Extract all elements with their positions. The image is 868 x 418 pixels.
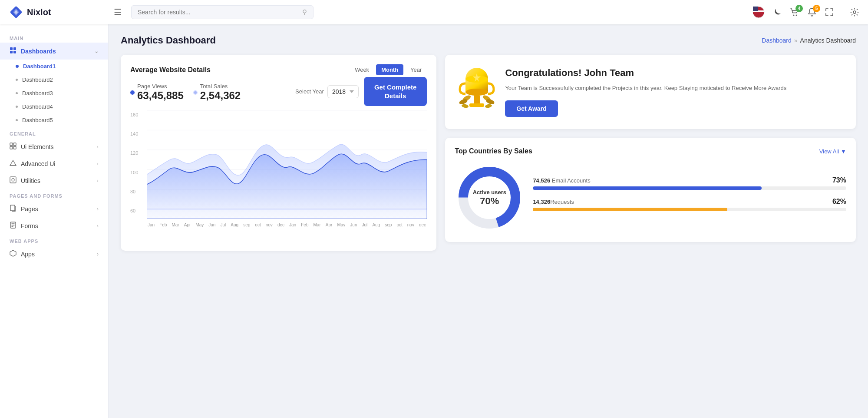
y-axis-labels: 160 140 120 100 80 60 [130,110,145,215]
award-title: Congratulations! John Team [505,67,844,80]
x-jul2: Jul [362,222,368,227]
sidebar-section-webapps: WEB APPS [0,234,108,245]
donut-label-pct: 70% [473,196,506,207]
chart-container: 160 140 120 100 80 60 [130,110,427,227]
requests-progress-fill [533,208,727,211]
fullscreen-button[interactable] [825,7,834,17]
x-jul: Jul [220,222,226,227]
cart-button[interactable]: 4 [790,7,799,17]
x-aug2: Aug [372,222,380,227]
sidebar: MAIN Dashboards ⌄ Dashboard1 Da [0,24,109,418]
x-apr2: Apr [326,222,333,227]
dashboards-label: Dashboards [21,48,56,55]
svg-rect-19 [10,177,16,183]
x-axis-labels: Jan Feb Mar Apr May Jun Jul Aug sep oct … [147,222,427,227]
tab-month[interactable]: Month [376,64,403,75]
get-complete-details-button[interactable]: Get CompleteDetails [364,77,427,106]
search-bar: ⚲ [131,5,314,19]
year-select[interactable]: 2018 2019 2020 [327,85,359,98]
email-stat-pct: 73% [832,176,846,184]
countries-card: Top Countries By Sales View All ▼ [445,138,856,242]
sidebar-item-ui-elements[interactable]: Ui Elements › [0,138,108,155]
hamburger-button[interactable]: ☰ [110,5,125,19]
language-button[interactable] [752,6,765,18]
bell-badge: 5 [813,5,820,12]
flag-icon [752,6,765,18]
dashboard3-label: Dashboard3 [22,90,53,96]
dashboards-submenu: Dashboard1 Dashboard2 Dashboard3 Dashboa… [0,60,108,127]
view-all-button[interactable]: View All ▼ [819,148,846,155]
sidebar-subitem-dashboard4[interactable]: Dashboard4 [0,100,108,113]
y-label-140: 140 [130,131,145,136]
breadcrumb-home[interactable]: Dashboard [762,37,792,44]
svg-rect-17 [13,146,16,149]
sidebar-item-forms[interactable]: Forms › [0,217,108,234]
logo-area: Nixlot [9,5,104,20]
sidebar-item-utilities[interactable]: Utilities › [0,172,108,189]
total-sales-dot [193,90,198,95]
area-chart-svg [147,110,427,219]
x-jun2: Jun [350,222,357,227]
x-mar: Mar [172,222,179,227]
topnav: Nixlot ☰ ⚲ 4 [0,0,868,24]
forms-label: Forms [21,222,38,229]
y-label-80: 80 [130,189,145,194]
legend-page-views: Page Views 63,45,885 [130,83,184,102]
tab-year[interactable]: Year [405,64,427,75]
sidebar-section-pages: PAGES AND FORMS [0,189,108,200]
triangle-icon [10,159,17,168]
sidebar-subitem-dashboard1[interactable]: Dashboard1 [0,60,108,73]
apps-label: Apps [21,251,35,258]
email-stat-label: 74,526 Email Accounts [533,177,590,184]
x-sep2: sep [385,222,392,227]
inactive-dot [16,119,18,121]
award-card: Congratulations! John Team Your Team is … [445,55,856,129]
requests-count: 14,326 [533,199,550,205]
donut-label-text: Active users [473,189,506,196]
sidebar-subitem-dashboard5[interactable]: Dashboard5 [0,113,108,127]
sidebar-item-advanced-ui[interactable]: Advanced Ui › [0,155,108,172]
sidebar-subitem-dashboard2[interactable]: Dashboard2 [0,73,108,86]
sidebar-item-pages[interactable]: Pages › [0,200,108,217]
email-progress-fill [533,186,762,190]
search-input[interactable] [138,9,299,16]
svg-rect-21 [10,205,15,211]
svg-point-32 [462,104,469,109]
chart-inner: Jan Feb Mar Apr May Jun Jul Aug sep oct … [147,110,427,227]
trophy-container [457,67,496,116]
select-year-container: Select Year 2018 2019 2020 [295,85,359,98]
requests-progress-bar [533,208,846,211]
select-year-label: Select Year [295,88,324,95]
cart-badge: 4 [795,5,803,12]
utilities-label: Utilities [21,177,40,184]
fullscreen-icon [825,7,834,17]
x-nov: nov [266,222,273,227]
page-views-value: 63,45,885 [137,90,184,102]
countries-title: Top Countries By Sales [455,147,532,155]
tab-week[interactable]: Week [350,64,374,75]
breadcrumb-current: Analytics Dashboard [800,37,856,44]
sidebar-item-dashboards[interactable]: Dashboards ⌄ [0,43,108,60]
active-dot [16,65,19,68]
x-dec2: dec [419,222,426,227]
forms-icon [10,222,17,230]
sidebar-item-apps[interactable]: Apps › [0,245,108,262]
sidebar-subitem-dashboard3[interactable]: Dashboard3 [0,86,108,100]
get-award-button[interactable]: Get Award [505,100,558,117]
dashboard1-label: Dashboard1 [23,63,56,70]
advanced-ui-chevron: › [97,161,99,167]
x-dec: dec [277,222,284,227]
view-all-chevron-icon: ▼ [841,148,846,155]
sidebar-section-general: GENERAL [0,127,108,138]
y-label-60: 60 [130,208,145,213]
y-label-120: 120 [130,150,145,156]
donut-chart: Active users 70% [455,163,524,232]
settings-button[interactable] [850,7,859,17]
darkmode-button[interactable] [772,7,782,17]
svg-rect-13 [13,51,16,53]
grid-icon [10,143,17,151]
svg-point-20 [12,179,14,181]
svg-marker-18 [10,160,16,166]
notifications-button[interactable]: 5 [807,7,817,17]
breadcrumb: Dashboard » Analytics Dashboard [762,37,856,44]
